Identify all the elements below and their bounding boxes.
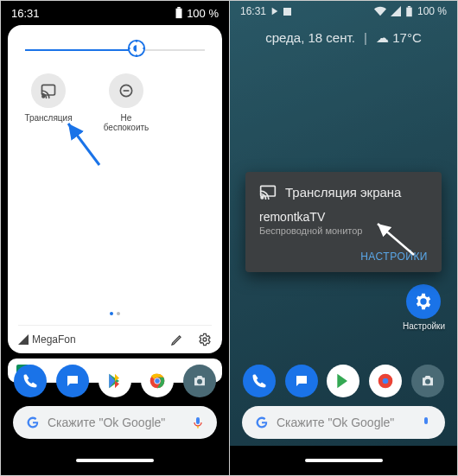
cast-device-item[interactable]: remontkaTV Беспроводной монитор xyxy=(259,210,428,236)
google-search-bar[interactable]: Скажите "Ok Google" xyxy=(242,406,445,439)
battery-icon xyxy=(175,7,183,19)
cast-settings-button[interactable]: НАСТРОЙКИ xyxy=(360,251,428,263)
svg-rect-1 xyxy=(177,7,181,9)
battery-text: 100 % xyxy=(417,5,447,17)
svg-rect-19 xyxy=(283,8,291,16)
search-hint: Скажите "Ok Google" xyxy=(48,416,165,429)
cast-dialog: Трансляция экрана remontkaTV Беспроводно… xyxy=(245,172,442,272)
left-phone-quicksettings: 16:31 100 % Трансляция Не бес xyxy=(1,1,229,475)
battery-text: 100 % xyxy=(187,7,219,20)
dock-play-store[interactable] xyxy=(327,365,359,397)
svg-rect-28 xyxy=(424,417,428,424)
cloud-icon: ☁ xyxy=(376,30,389,45)
qs-tile-cast-label: Трансляция xyxy=(24,113,72,123)
cast-device-subtitle: Беспроводной монитор xyxy=(259,225,428,236)
cast-icon xyxy=(259,184,277,200)
dock-messages[interactable] xyxy=(285,365,318,397)
brightness-slider[interactable] xyxy=(25,49,205,51)
dock-camera[interactable] xyxy=(411,365,444,397)
svg-rect-0 xyxy=(176,9,182,18)
mic-icon[interactable] xyxy=(419,416,433,429)
svg-rect-20 xyxy=(406,7,412,16)
dock-camera[interactable] xyxy=(183,365,216,397)
svg-point-26 xyxy=(383,378,389,384)
settings-shortcut[interactable]: Настройки xyxy=(403,284,445,331)
dock-messages[interactable] xyxy=(56,365,89,397)
status-bar: 16:31 100 % xyxy=(1,1,229,25)
brightness-icon xyxy=(127,39,146,58)
svg-point-16 xyxy=(197,379,202,384)
dock xyxy=(230,358,457,403)
status-bar: 16:31 100 % xyxy=(230,1,457,22)
qs-tile-cast[interactable]: Трансляция xyxy=(22,73,75,132)
svg-rect-21 xyxy=(408,6,410,8)
cast-dialog-title: Трансляция экрана xyxy=(285,185,401,200)
mic-icon[interactable] xyxy=(191,416,205,429)
signal-icon xyxy=(391,6,401,16)
gear-icon xyxy=(414,292,433,311)
svg-rect-17 xyxy=(196,417,200,424)
google-search-bar[interactable]: Скажите "Ok Google" xyxy=(13,406,217,439)
dock-chrome[interactable] xyxy=(141,365,174,397)
settings-icon[interactable] xyxy=(198,333,212,346)
nav-bar[interactable] xyxy=(1,446,229,475)
dock-phone[interactable] xyxy=(14,365,47,397)
google-g-icon xyxy=(254,415,270,430)
square-status-icon xyxy=(283,8,291,16)
dock xyxy=(1,358,229,403)
status-time: 16:31 xyxy=(11,7,40,20)
qs-tile-dnd-label: Не беспокоить xyxy=(99,113,153,132)
svg-point-12 xyxy=(203,338,207,341)
edit-icon[interactable] xyxy=(170,333,184,346)
dock-phone[interactable] xyxy=(243,365,276,397)
qs-tile-dnd[interactable]: Не беспокоить xyxy=(99,73,153,132)
status-time: 16:31 xyxy=(240,5,266,17)
cast-device-name: remontkaTV xyxy=(259,210,428,224)
page-indicator xyxy=(110,312,120,315)
play-store-status-icon xyxy=(270,7,279,16)
svg-point-27 xyxy=(425,379,430,384)
quick-settings-panel: Трансляция Не беспокоить MegaFon xyxy=(8,25,222,353)
google-g-icon xyxy=(25,415,41,430)
dnd-icon xyxy=(118,82,135,99)
cast-icon xyxy=(40,82,57,99)
battery-icon xyxy=(405,6,413,17)
right-phone-cast-dialog: 16:31 100 % среда, 18 сент. | ☁ 17°C Тра… xyxy=(229,1,457,475)
settings-shortcut-label: Настройки xyxy=(403,321,445,331)
signal-icon xyxy=(18,334,29,345)
wifi-icon xyxy=(374,6,386,16)
svg-point-23 xyxy=(261,196,264,199)
nav-bar[interactable] xyxy=(230,446,457,475)
dock-play-store[interactable] xyxy=(99,365,131,397)
search-hint: Скажите "Ok Google" xyxy=(277,416,394,429)
dock-chrome[interactable] xyxy=(369,365,402,397)
svg-point-8 xyxy=(42,95,45,98)
carrier-label: MegaFon xyxy=(18,333,76,346)
date-weather-widget[interactable]: среда, 18 сент. | ☁ 17°C xyxy=(230,30,457,46)
